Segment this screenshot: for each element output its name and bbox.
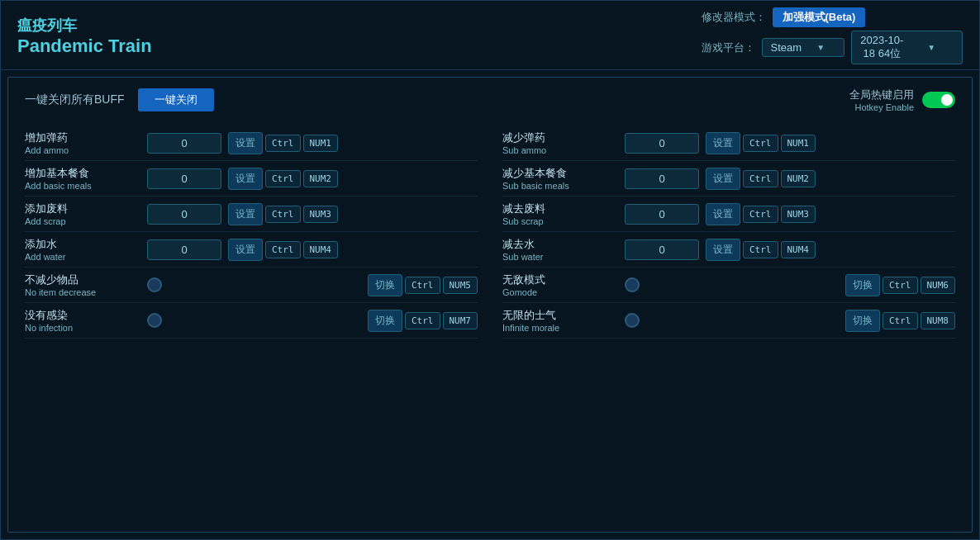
hotkey-toggle[interactable]	[922, 92, 955, 108]
add-scrap-set-button[interactable]: 设置	[228, 203, 263, 225]
add-scrap-input[interactable]	[147, 204, 221, 225]
add-ammo-ctrl-key: Ctrl	[265, 135, 301, 152]
top-bar-right: 全局热键启用 Hotkey Enable	[849, 88, 955, 112]
disable-all-button[interactable]: 一键关闭	[138, 88, 214, 111]
sub-scrap-input[interactable]	[625, 204, 699, 225]
add-ammo-num1-key: NUM1	[303, 135, 339, 152]
sub-scrap-cn: 减去废料	[502, 201, 618, 216]
cheat-info-sub-water: 减去水 Sub water	[502, 237, 618, 262]
add-meals-hotkey: 设置 Ctrl NUM2	[228, 168, 338, 190]
cheat-row-gomode: 无敌模式 Gomode 切换 Ctrl NUM6	[502, 268, 955, 303]
sub-ammo-hotkey: 设置 Ctrl NUM1	[706, 132, 816, 154]
no-item-decrease-ctrl-key: Ctrl	[405, 277, 440, 294]
add-scrap-num3-key: NUM3	[303, 206, 339, 223]
platform-select[interactable]: Steam ▼	[762, 38, 844, 57]
no-infection-num7-key: NUM7	[443, 312, 478, 329]
add-ammo-hotkey: 设置 Ctrl NUM1	[228, 132, 338, 154]
add-scrap-en: Add scrap	[25, 216, 140, 226]
main-content: 一键关闭所有BUFF 一键关闭 全局热键启用 Hotkey Enable 增加弹…	[7, 77, 973, 533]
top-bar: 一键关闭所有BUFF 一键关闭 全局热键启用 Hotkey Enable	[25, 88, 955, 112]
cheat-info-gomode: 无敌模式 Gomode	[502, 272, 618, 297]
platform-label: 游戏平台：	[702, 40, 755, 55]
app-container: 瘟疫列车 Pandemic Train 修改器模式： 加强模式(Beta) 游戏…	[0, 0, 980, 540]
add-ammo-set-button[interactable]: 设置	[228, 132, 263, 154]
sub-ammo-num1-key: NUM1	[781, 135, 816, 152]
infinite-morale-toggle[interactable]	[625, 313, 640, 328]
cheat-info-no-infection: 没有感染 No infection	[25, 308, 140, 333]
cheat-info-add-meals: 增加基本餐食 Add basic meals	[25, 166, 140, 191]
gomode-cn: 无敌模式	[502, 272, 618, 287]
no-item-decrease-en: No item decrease	[25, 287, 140, 297]
hotkey-en-label: Hotkey Enable	[849, 102, 914, 112]
cheat-row-add-water: 添加水 Add water 设置 Ctrl NUM4	[25, 232, 478, 268]
add-scrap-ctrl-key: Ctrl	[265, 206, 301, 223]
add-scrap-hotkey: 设置 Ctrl NUM3	[228, 203, 338, 225]
add-water-input[interactable]	[147, 239, 221, 260]
no-item-decrease-cn: 不减少物品	[25, 272, 140, 287]
add-meals-ctrl-key: Ctrl	[265, 170, 301, 187]
platform-value: Steam	[771, 41, 802, 54]
sub-water-input[interactable]	[625, 239, 699, 260]
sub-water-cn: 减去水	[502, 237, 618, 252]
sub-ammo-cn: 减少弹药	[502, 130, 618, 145]
sub-meals-ctrl-key: Ctrl	[743, 170, 778, 187]
cheat-row-add-meals: 增加基本餐食 Add basic meals 设置 Ctrl NUM2	[25, 161, 478, 197]
hotkey-cn-label: 全局热键启用	[849, 88, 914, 102]
header-left: 瘟疫列车 Pandemic Train	[17, 16, 152, 57]
sub-water-set-button[interactable]: 设置	[706, 239, 740, 261]
sub-scrap-ctrl-key: Ctrl	[743, 206, 778, 223]
cheat-info-no-item-decrease: 不减少物品 No item decrease	[25, 272, 140, 297]
add-meals-input[interactable]	[147, 168, 221, 189]
add-ammo-input[interactable]	[147, 133, 221, 154]
add-meals-set-button[interactable]: 设置	[228, 168, 263, 190]
sub-ammo-input[interactable]	[625, 133, 699, 154]
add-ammo-cn: 增加弹药	[25, 130, 140, 145]
no-infection-cn: 没有感染	[25, 308, 140, 323]
no-infection-toggle[interactable]	[147, 313, 162, 328]
sub-scrap-set-button[interactable]: 设置	[706, 203, 740, 225]
sub-water-num4-key: NUM4	[781, 241, 816, 258]
hotkey-labels: 全局热键启用 Hotkey Enable	[849, 88, 914, 112]
gomode-num6-key: NUM6	[921, 277, 956, 294]
date-select[interactable]: 2023-10-18 64位 ▼	[851, 31, 963, 64]
cheat-row-sub-water: 减去水 Sub water 设置 Ctrl NUM4	[502, 232, 955, 268]
sub-meals-cn: 减少基本餐食	[502, 166, 618, 181]
sub-meals-set-button[interactable]: 设置	[706, 168, 740, 190]
gomode-toggle[interactable]	[625, 277, 640, 292]
no-item-decrease-toggle[interactable]	[147, 277, 162, 292]
disable-all-label: 一键关闭所有BUFF	[25, 92, 125, 107]
header-right: 修改器模式： 加强模式(Beta) 游戏平台： Steam ▼ 2023-10-…	[702, 7, 963, 64]
cheat-info-add-scrap: 添加废料 Add scrap	[25, 201, 140, 226]
cheat-row-infinite-morale: 无限的士气 Infinite morale 切换 Ctrl NUM8	[502, 303, 955, 339]
cheat-left-col: 增加弹药 Add ammo 设置 Ctrl NUM1 增加基本餐食 Add ba…	[25, 126, 478, 339]
sub-ammo-ctrl-key: Ctrl	[743, 135, 778, 152]
header-right-top: 修改器模式： 加强模式(Beta) 游戏平台： Steam ▼ 2023-10-…	[702, 7, 963, 64]
no-infection-switch-button[interactable]: 切换	[368, 310, 402, 332]
sub-meals-num2-key: NUM2	[781, 170, 816, 187]
sub-meals-hotkey: 设置 Ctrl NUM2	[706, 168, 816, 190]
sub-scrap-en: Sub scrap	[502, 216, 618, 226]
mode-badge: 加强模式(Beta)	[773, 7, 866, 27]
infinite-morale-switch-button[interactable]: 切换	[845, 310, 880, 332]
sub-ammo-en: Sub ammo	[502, 145, 618, 155]
sub-ammo-set-button[interactable]: 设置	[706, 132, 740, 154]
no-item-decrease-switch-button[interactable]: 切换	[368, 274, 402, 296]
gomode-switch-button[interactable]: 切换	[845, 274, 880, 296]
date-chevron-icon: ▼	[909, 43, 954, 52]
infinite-morale-ctrl-key: Ctrl	[882, 312, 918, 329]
add-water-num4-key: NUM4	[303, 241, 339, 258]
infinite-morale-cn: 无限的士气	[502, 308, 618, 323]
cheat-row-sub-meals: 减少基本餐食 Sub basic meals 设置 Ctrl NUM2	[502, 161, 955, 197]
add-water-set-button[interactable]: 设置	[228, 239, 263, 261]
mode-row: 修改器模式： 加强模式(Beta)	[702, 7, 963, 27]
cheat-info-sub-meals: 减少基本餐食 Sub basic meals	[502, 166, 618, 191]
cheat-info-sub-scrap: 减去废料 Sub scrap	[502, 201, 618, 226]
sub-scrap-num3-key: NUM3	[781, 206, 816, 223]
no-item-decrease-num5-key: NUM5	[443, 277, 478, 294]
sub-scrap-hotkey: 设置 Ctrl NUM3	[706, 203, 816, 225]
add-meals-cn: 增加基本餐食	[25, 166, 140, 181]
no-infection-hotkey: 切换 Ctrl NUM7	[368, 310, 478, 332]
infinite-morale-en: Infinite morale	[502, 323, 618, 333]
sub-meals-input[interactable]	[625, 168, 699, 189]
sub-meals-en: Sub basic meals	[502, 181, 618, 191]
